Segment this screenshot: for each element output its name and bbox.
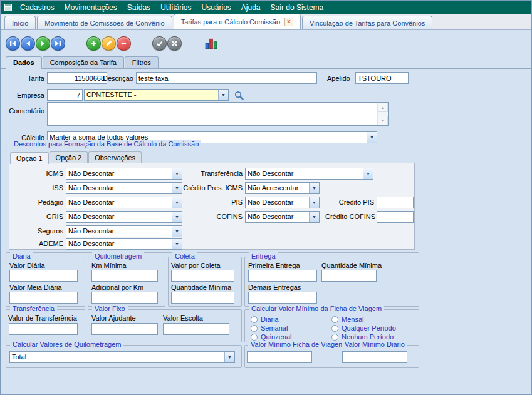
transferencia-group-title: Transferência — [10, 305, 57, 312]
credito-pis-input[interactable] — [377, 197, 414, 208]
chevron-down-icon[interactable]: ▼ — [363, 168, 373, 179]
valor-por-coleta-input[interactable] — [171, 270, 234, 282]
demais-entregas-input[interactable] — [248, 292, 317, 304]
tab-label: Início — [12, 19, 28, 27]
delete-record-button[interactable] — [117, 36, 131, 51]
cofins-label: COFINS — [211, 213, 243, 220]
previous-record-button[interactable] — [21, 36, 35, 51]
tab-composicao-da-tarifa[interactable]: Composição da Tarifa — [43, 56, 124, 68]
primeira-entrega-input[interactable] — [248, 270, 317, 282]
valor-de-transferencia-input[interactable] — [9, 323, 78, 335]
scroll-down-icon[interactable]: ▼ — [378, 116, 388, 125]
credito-cofins-label: Crédito COFINS — [325, 213, 374, 220]
entrega-quantidade-minima-input[interactable] — [321, 270, 377, 282]
tab-dados[interactable]: Dados — [6, 56, 42, 69]
valor-escolta-label: Valor Escolta — [163, 314, 203, 322]
tab-filtros[interactable]: Filtros — [125, 56, 159, 68]
chevron-down-icon[interactable]: ▼ — [172, 168, 182, 179]
valor-diaria-input[interactable] — [9, 270, 78, 282]
chevron-down-icon[interactable]: ▼ — [172, 239, 182, 249]
radio-quinzenal[interactable]: Quinzenal — [251, 333, 292, 341]
next-record-button[interactable] — [36, 36, 50, 51]
empresa-code-input[interactable] — [47, 89, 83, 101]
radio-semanal[interactable]: Semanal — [251, 324, 288, 332]
pis-combo[interactable]: Não Descontar▼ — [245, 197, 320, 208]
menu-item-saidas[interactable]: Saídas — [122, 1, 155, 14]
empresa-combo[interactable]: CPNTESTETE - ▼ — [84, 89, 229, 101]
chevron-down-icon[interactable]: ▼ — [367, 132, 377, 143]
chevron-down-icon[interactable]: ▼ — [172, 197, 182, 208]
valor-ajudante-input[interactable] — [91, 323, 158, 335]
seguros-combo[interactable]: Não Descontar▼ — [66, 225, 182, 237]
chevron-down-icon[interactable]: ▼ — [309, 183, 319, 193]
valor-escolta-input[interactable] — [163, 323, 229, 335]
adicional-por-km-input[interactable] — [91, 292, 158, 304]
chevron-down-icon[interactable]: ▼ — [224, 352, 234, 362]
tarifa-input[interactable] — [47, 72, 107, 84]
menu-label: Sa — [271, 3, 280, 12]
valor-minimo-diario-input[interactable] — [342, 351, 407, 363]
coleta-quantidade-minima-input[interactable] — [171, 292, 234, 304]
tab-close-icon[interactable]: × — [284, 18, 293, 26]
primeira-entrega-label: Primeira Entrega — [248, 262, 300, 269]
radio-circle-icon — [331, 325, 338, 332]
comentario-textarea[interactable] — [48, 103, 377, 125]
calcular-quilometragem-combo[interactable]: Total ▼ — [9, 351, 235, 363]
km-minima-label: Km Mínima — [91, 262, 127, 269]
memo-scrollbar[interactable]: ▲ ▼ — [377, 103, 388, 125]
menu-item-cadastros[interactable]: Cadastros — [15, 1, 60, 14]
valor-minimo-ficha-viagem-input[interactable] — [247, 351, 312, 363]
cofins-combo-value: Não Descontar — [246, 212, 309, 222]
edit-record-button[interactable] — [102, 36, 116, 51]
menu-item-ajuda[interactable]: Ajuda — [236, 1, 266, 14]
tab-tarifas-calculo-comissao[interactable]: Tarifas para o Cálculo Comissão × — [174, 14, 301, 29]
first-record-button[interactable] — [6, 36, 20, 51]
menu-label: U — [160, 3, 166, 12]
last-record-button[interactable] — [51, 36, 65, 51]
cofins-combo[interactable]: Não Descontar▼ — [245, 211, 320, 223]
menu-item-movimentacoes[interactable]: Movimentações — [60, 1, 122, 14]
tab-vinculacao-tarifas-convenios[interactable]: Vinculação de Tarifas para Convênios — [302, 16, 432, 29]
radio-diaria[interactable]: Diária — [251, 315, 279, 323]
descricao-input[interactable] — [136, 72, 317, 84]
search-empresa-button[interactable] — [232, 89, 245, 101]
credito-pres-icms-combo[interactable]: Não Acrescentar▼ — [245, 182, 320, 194]
menu-item-usuarios[interactable]: Usuários — [196, 1, 236, 14]
km-minima-input[interactable] — [91, 270, 158, 282]
comentario-memo: ▲ ▼ — [47, 102, 389, 126]
tab-observacoes[interactable]: Observações — [88, 151, 142, 163]
cancel-button[interactable] — [167, 36, 182, 51]
scroll-up-icon[interactable]: ▲ — [378, 103, 388, 112]
apelido-input[interactable] — [355, 72, 409, 84]
confirm-button[interactable] — [152, 36, 167, 51]
tab-inicio[interactable]: Início — [4, 16, 36, 29]
radio-circle-icon — [331, 334, 338, 341]
menu-item-utilitarios[interactable]: Utilitários — [155, 1, 196, 14]
valor-por-coleta-label: Valor por Coleta — [171, 262, 221, 269]
chevron-down-icon[interactable]: ▼ — [309, 212, 319, 222]
insert-record-button[interactable] — [86, 36, 101, 51]
chevron-down-icon[interactable]: ▼ — [172, 212, 182, 222]
valor-minimo-diario-title: Valor Mínimo Diário — [342, 341, 407, 348]
tab-opcao-2[interactable]: Opção 2 — [50, 151, 88, 163]
tab-movimento-comissoes-convenio[interactable]: Movimento de Comissões de Convênio — [37, 16, 172, 29]
radio-qualquer-periodo[interactable]: Qualquer Período — [331, 324, 396, 332]
chevron-down-icon[interactable]: ▼ — [309, 197, 319, 208]
credito-pres-icms-combo-value: Não Acrescentar — [246, 183, 309, 193]
transferencia-combo[interactable]: Não Descontar▼ — [245, 168, 373, 180]
gris-combo[interactable]: Não Descontar▼ — [66, 211, 182, 223]
radio-mensal[interactable]: Mensal — [331, 315, 363, 323]
chevron-down-icon[interactable]: ▼ — [172, 226, 182, 237]
pedagio-combo[interactable]: Não Descontar▼ — [66, 197, 182, 208]
tab-opcao-1[interactable]: Opção 1 — [10, 152, 49, 164]
iss-combo[interactable]: Não Descontar▼ — [66, 182, 182, 194]
chart-report-button[interactable] — [203, 35, 219, 51]
valor-meia-diaria-input[interactable] — [9, 292, 78, 304]
ademe-combo[interactable]: Não Descontar▼ — [66, 238, 182, 250]
ademe-combo-value: Não Descontar — [66, 239, 172, 249]
credito-cofins-input[interactable] — [377, 211, 414, 223]
menu-item-sair-do-sistema[interactable]: Sair do Sistema — [266, 1, 329, 14]
chevron-down-icon[interactable]: ▼ — [218, 90, 228, 100]
icms-combo[interactable]: Não Descontar▼ — [66, 168, 182, 180]
radio-nenhum-periodo[interactable]: Nenhum Período — [331, 333, 394, 341]
